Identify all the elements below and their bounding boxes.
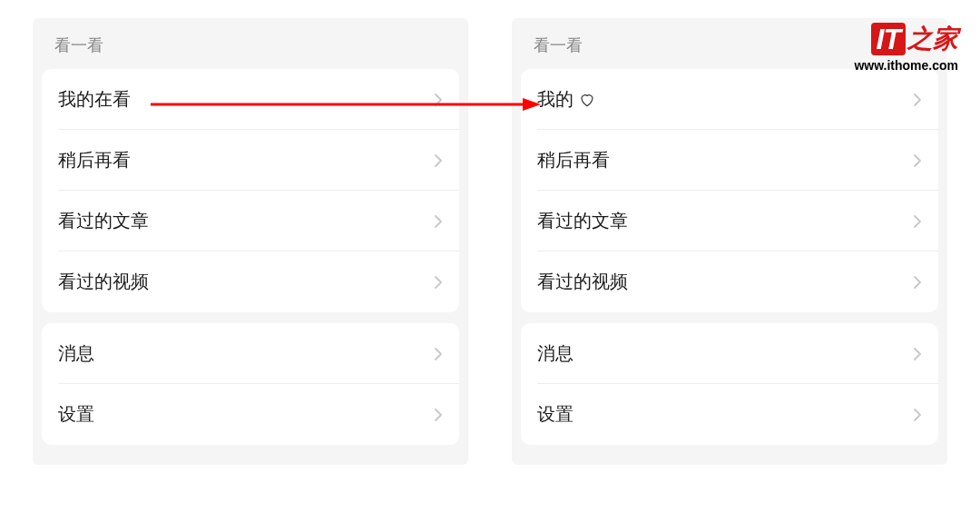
- chevron-right-icon: [913, 93, 922, 107]
- list-card-2-left: 消息 设置: [42, 323, 459, 445]
- comparison-container: 看一看 我的在看 稍后再看 看过的文章 看过的视频: [0, 0, 980, 483]
- logo-it-text: IT: [871, 23, 906, 55]
- left-panel: 看一看 我的在看 稍后再看 看过的文章 看过的视频: [33, 18, 468, 465]
- list-item-label: 稍后再看: [537, 148, 610, 172]
- list-card-1-left: 我的在看 稍后再看 看过的文章 看过的视频: [42, 69, 459, 312]
- list-item-label: 设置: [537, 402, 573, 427]
- list-item-settings[interactable]: 设置: [521, 384, 938, 445]
- list-item-label: 看过的文章: [537, 209, 628, 233]
- list-item-read-articles[interactable]: 看过的文章: [521, 191, 938, 251]
- list-item-label: 看过的文章: [58, 209, 149, 233]
- list-item-label: 稍后再看: [58, 148, 131, 172]
- logo-icon: IT 之家: [871, 22, 958, 56]
- chevron-right-icon: [913, 408, 922, 422]
- list-item-my-likes[interactable]: 我的: [521, 69, 938, 130]
- list-card-2-right: 消息 设置: [521, 323, 938, 445]
- section-title-left: 看一看: [33, 18, 468, 69]
- list-item-settings[interactable]: 设置: [42, 384, 459, 445]
- heart-icon: [579, 92, 595, 108]
- list-item-label: 消息: [58, 341, 94, 366]
- chevron-right-icon: [913, 153, 922, 168]
- logo-suffix-text: 之家: [907, 22, 958, 56]
- list-item-read-later[interactable]: 稍后再看: [42, 130, 459, 191]
- list-item-label: 看过的视频: [537, 270, 628, 294]
- list-item-read-articles[interactable]: 看过的文章: [42, 191, 459, 251]
- chevron-right-icon: [434, 153, 443, 168]
- list-item-messages[interactable]: 消息: [42, 323, 459, 384]
- chevron-right-icon: [434, 408, 443, 422]
- list-item-watched-videos[interactable]: 看过的视频: [521, 251, 938, 312]
- list-item-text: 我的: [537, 87, 573, 112]
- list-item-label: 消息: [537, 341, 573, 366]
- list-card-1-right: 我的 稍后再看 看过的文章: [521, 69, 938, 312]
- list-item-messages[interactable]: 消息: [521, 323, 938, 384]
- list-item-label: 我的在看: [58, 87, 131, 112]
- chevron-right-icon: [434, 93, 443, 107]
- chevron-right-icon: [913, 275, 922, 290]
- watermark-url: www.ithome.com: [854, 58, 958, 73]
- list-item-read-later[interactable]: 稍后再看: [521, 130, 938, 191]
- list-item-label: 设置: [58, 402, 94, 427]
- chevron-right-icon: [434, 347, 443, 361]
- right-panel: 看一看 我的 稍后再看 看过的文章: [512, 18, 947, 465]
- list-item-watched-videos[interactable]: 看过的视频: [42, 251, 459, 312]
- watermark: IT 之家 www.ithome.com: [854, 22, 958, 73]
- chevron-right-icon: [913, 347, 922, 361]
- list-item-my-reading[interactable]: 我的在看: [42, 69, 459, 130]
- chevron-right-icon: [434, 275, 443, 290]
- list-item-label: 看过的视频: [58, 270, 149, 294]
- list-item-label: 我的: [537, 87, 595, 112]
- chevron-right-icon: [913, 214, 922, 229]
- chevron-right-icon: [434, 214, 443, 229]
